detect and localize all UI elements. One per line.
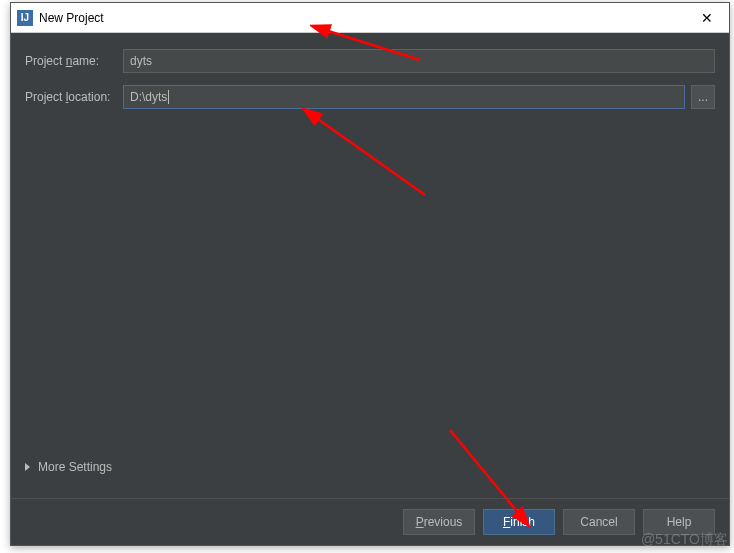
button-bar: Previous Finish Cancel Help <box>11 498 729 545</box>
text-cursor <box>168 90 169 104</box>
watermark: @51CTO博客 <box>641 531 728 549</box>
content-spacer <box>25 121 715 456</box>
project-name-input[interactable] <box>123 49 715 73</box>
app-icon: IJ <box>17 10 33 26</box>
previous-button[interactable]: Previous <box>403 509 475 535</box>
more-settings-toggle[interactable]: More Settings <box>25 456 715 478</box>
window-title: New Project <box>39 11 104 25</box>
chevron-right-icon <box>25 463 30 471</box>
titlebar: IJ New Project ✕ <box>11 3 729 33</box>
project-location-row: Project location: D:\dyts ... <box>25 85 715 109</box>
project-location-label: Project location: <box>25 90 123 104</box>
browse-button[interactable]: ... <box>691 85 715 109</box>
project-location-input[interactable]: D:\dyts <box>123 85 685 109</box>
cancel-button[interactable]: Cancel <box>563 509 635 535</box>
close-icon: ✕ <box>701 10 713 26</box>
ellipsis-icon: ... <box>698 90 708 104</box>
close-button[interactable]: ✕ <box>684 3 729 33</box>
more-settings-label: More Settings <box>38 460 112 474</box>
project-name-label: Project name: <box>25 54 123 68</box>
finish-button[interactable]: Finish <box>483 509 555 535</box>
dialog-content: Project name: Project location: D:\dyts … <box>11 33 729 498</box>
project-name-row: Project name: <box>25 49 715 73</box>
new-project-dialog: IJ New Project ✕ Project name: Project l… <box>10 2 730 546</box>
project-location-input-wrap: D:\dyts ... <box>123 85 715 109</box>
